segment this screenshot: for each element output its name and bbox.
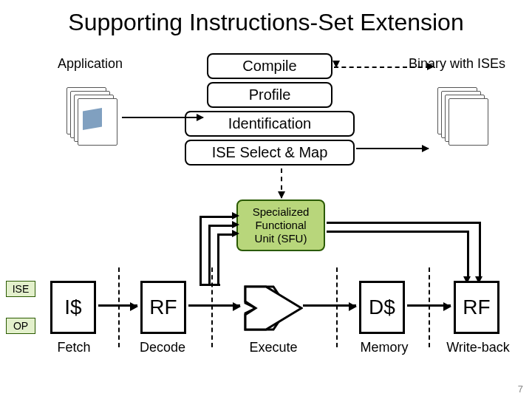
arrowhead-right-icon xyxy=(232,230,239,237)
arrowhead-right-icon xyxy=(427,63,434,70)
stage-label-writeback: Write-back xyxy=(437,340,519,355)
stage-separator xyxy=(336,267,338,347)
doc-sheet xyxy=(449,98,488,146)
slide-number: 7 xyxy=(518,383,523,395)
arrowhead-right-icon xyxy=(232,212,239,219)
application-doc-stack xyxy=(66,87,118,145)
pipeline-row: ISE OP I$ RF D$ RF Fetch Decode Execute … xyxy=(0,281,532,384)
arrow-isemap-to-sfu xyxy=(281,168,282,198)
arrow-execute-to-memory xyxy=(303,304,356,307)
arrow-decode-to-execute xyxy=(188,304,240,307)
sfu-line3: Unit (SFU) xyxy=(238,232,324,245)
profile-box: Profile xyxy=(207,82,332,108)
ise-tag: ISE xyxy=(6,281,35,297)
register-file-wb-box: RF xyxy=(454,281,499,334)
connector xyxy=(327,231,467,233)
dcache-box: D$ xyxy=(359,281,405,334)
icache-box: I$ xyxy=(50,281,96,334)
alu-icon xyxy=(244,285,303,331)
connector xyxy=(200,216,235,218)
ise-select-map-box: ISE Select & Map xyxy=(185,140,355,166)
stage-separator xyxy=(211,267,213,347)
doc-glyph-icon xyxy=(83,108,102,130)
connector xyxy=(208,225,211,285)
compile-box: Compile xyxy=(207,53,332,79)
compile-flow-boxes: Compile Profile Identification ISE Selec… xyxy=(185,53,355,168)
stage-label-memory: Memory xyxy=(351,340,417,355)
arrow-compile-to-binary-dashed xyxy=(334,66,430,68)
identification-box: Identification xyxy=(185,111,355,137)
connector xyxy=(467,231,469,279)
binary-label: Binary with ISEs xyxy=(409,56,505,72)
register-file-decode-box: RF xyxy=(140,281,186,334)
stage-label-execute: Execute xyxy=(244,340,303,355)
stage-label-fetch: Fetch xyxy=(48,340,100,355)
arrow-isemap-to-binary xyxy=(356,148,429,149)
stage-label-decode: Decode xyxy=(133,340,192,355)
binary-doc-stack xyxy=(437,87,489,145)
stage-separator xyxy=(118,267,120,347)
arrowhead-right-icon xyxy=(232,221,239,228)
connector xyxy=(327,222,479,224)
connector xyxy=(479,222,481,279)
connector xyxy=(200,216,202,285)
page-title: Supporting Instructions-Set Extension xyxy=(0,0,532,36)
sfu-line1: Specialized xyxy=(238,205,324,219)
connector xyxy=(208,225,235,227)
sfu-box: Specialized Functional Unit (SFU) xyxy=(236,200,325,251)
top-flow-row: Application Binary with ISEs Compile Pro… xyxy=(0,53,532,175)
arrow-fetch-to-decode xyxy=(98,304,137,307)
connector xyxy=(217,233,219,285)
op-tag: OP xyxy=(6,318,35,334)
arrow-app-to-compile xyxy=(122,117,203,118)
application-label: Application xyxy=(58,56,123,72)
sfu-line2: Functional xyxy=(238,219,324,232)
stage-separator xyxy=(429,267,430,347)
arrow-memory-to-writeback xyxy=(407,304,451,307)
